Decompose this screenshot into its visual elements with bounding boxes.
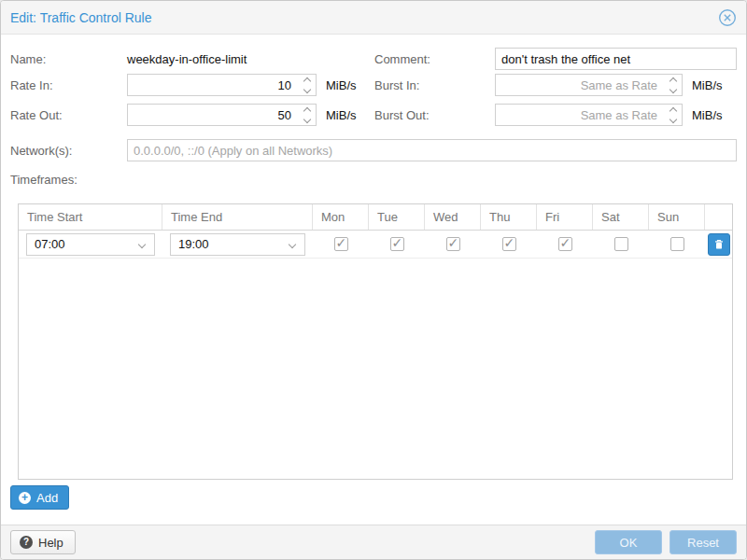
column-header-time-end: Time End bbox=[162, 204, 313, 230]
time-end-combo[interactable]: 19:00 bbox=[170, 233, 305, 256]
rate-in-unit: MiB/s bbox=[326, 78, 357, 92]
name-label: Name: bbox=[10, 52, 127, 66]
networks-input[interactable] bbox=[127, 139, 737, 161]
column-header-thu: Thu bbox=[481, 204, 537, 230]
chevron-down-icon bbox=[289, 240, 296, 247]
reset-button[interactable]: Reset bbox=[669, 530, 737, 554]
comment-label: Comment: bbox=[374, 52, 495, 66]
spinner-down-icon[interactable] bbox=[303, 115, 311, 122]
help-button-label: Help bbox=[38, 536, 63, 550]
day-checkbox-fri[interactable] bbox=[558, 237, 572, 251]
column-header-sat: Sat bbox=[593, 204, 649, 230]
comment-input[interactable] bbox=[495, 48, 737, 70]
rate-out-input[interactable] bbox=[127, 104, 317, 126]
dialog-title: Edit: Traffic Control Rule bbox=[10, 10, 151, 25]
dialog-header: Edit: Traffic Control Rule bbox=[1, 1, 746, 35]
dialog-footer: ? Help OK Reset bbox=[1, 525, 746, 559]
dialog-body: Name: weekday-in-office-limit Comment: R… bbox=[1, 35, 746, 510]
spinner-up-icon[interactable] bbox=[303, 77, 311, 84]
day-checkbox-mon[interactable] bbox=[334, 237, 348, 251]
spinner-up-icon[interactable] bbox=[669, 106, 677, 114]
question-circle-icon: ? bbox=[20, 536, 33, 549]
edit-traffic-control-rule-dialog: Edit: Traffic Control Rule Name: weekday… bbox=[0, 0, 747, 560]
spinner-down-icon[interactable] bbox=[303, 85, 311, 92]
column-header-sun: Sun bbox=[649, 204, 705, 230]
rate-out-unit: MiB/s bbox=[326, 108, 357, 122]
burst-out-label: Burst Out: bbox=[374, 108, 495, 122]
timeframes-table-header: Time Start Time End Mon Tue Wed Thu Fri … bbox=[19, 204, 732, 231]
day-checkbox-thu[interactable] bbox=[502, 237, 516, 251]
help-button[interactable]: ? Help bbox=[10, 530, 76, 554]
burst-in-input[interactable] bbox=[495, 74, 683, 96]
burst-in-label: Burst In: bbox=[374, 78, 495, 92]
day-checkbox-sat[interactable] bbox=[614, 237, 628, 251]
add-button-label: Add bbox=[36, 491, 58, 505]
chevron-down-icon bbox=[138, 240, 146, 247]
spinner-down-icon[interactable] bbox=[669, 85, 677, 92]
rate-in-input[interactable] bbox=[127, 74, 317, 96]
spinner-down-icon[interactable] bbox=[669, 115, 677, 122]
timeframes-table-empty-area bbox=[19, 259, 732, 479]
time-end-value: 19:00 bbox=[171, 237, 209, 251]
close-icon bbox=[718, 8, 737, 27]
plus-circle-icon: + bbox=[19, 492, 31, 504]
networks-label: Network(s): bbox=[10, 144, 127, 158]
trash-icon bbox=[712, 238, 726, 251]
column-header-mon: Mon bbox=[313, 204, 369, 230]
close-button[interactable] bbox=[718, 8, 737, 27]
burst-out-input[interactable] bbox=[495, 104, 683, 126]
spinner-up-icon[interactable] bbox=[303, 106, 311, 114]
timeframes-label: Timeframes: bbox=[10, 173, 737, 187]
column-header-tue: Tue bbox=[369, 204, 425, 230]
day-checkbox-wed[interactable] bbox=[446, 237, 460, 251]
delete-row-button[interactable] bbox=[708, 233, 730, 256]
time-start-value: 07:00 bbox=[27, 237, 65, 251]
column-header-time-start: Time Start bbox=[19, 204, 162, 230]
column-header-wed: Wed bbox=[425, 204, 481, 230]
rate-in-label: Rate In: bbox=[10, 78, 127, 92]
column-header-fri: Fri bbox=[537, 204, 593, 230]
time-start-combo[interactable]: 07:00 bbox=[26, 233, 155, 256]
timeframes-table: Time Start Time End Mon Tue Wed Thu Fri … bbox=[18, 203, 733, 480]
add-button[interactable]: + Add bbox=[10, 485, 69, 510]
day-checkbox-tue[interactable] bbox=[390, 237, 404, 251]
column-header-actions bbox=[705, 204, 732, 230]
burst-in-unit: MiB/s bbox=[692, 78, 723, 92]
day-checkbox-sun[interactable] bbox=[670, 237, 684, 251]
timeframe-row: 07:00 19:00 bbox=[19, 231, 732, 259]
spinner-up-icon[interactable] bbox=[669, 77, 677, 84]
rate-out-label: Rate Out: bbox=[10, 108, 127, 122]
ok-button[interactable]: OK bbox=[595, 530, 662, 554]
burst-out-unit: MiB/s bbox=[692, 108, 723, 122]
name-value: weekday-in-office-limit bbox=[127, 52, 247, 66]
